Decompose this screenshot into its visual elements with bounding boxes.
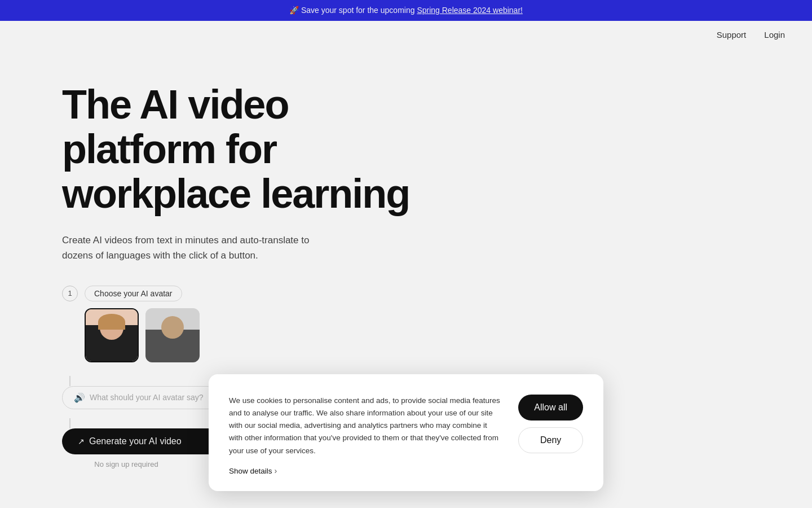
announcement-link[interactable]: Spring Release 2024 webinar! bbox=[417, 6, 523, 15]
chevron-right-icon: › bbox=[275, 466, 277, 475]
support-link[interactable]: Support bbox=[717, 30, 747, 40]
hero-subtitle: Create AI videos from text in minutes an… bbox=[62, 233, 310, 263]
avatar-man-card[interactable] bbox=[145, 308, 200, 362]
no-signup-label: No sign up required bbox=[62, 460, 191, 468]
step-1-label: Choose your AI avatar bbox=[85, 286, 182, 301]
announcement-bar: 🚀 Save your spot for the upcoming Spring… bbox=[0, 0, 812, 21]
cookie-text: We use cookies to personalise content an… bbox=[229, 395, 500, 457]
avatar-man-image bbox=[145, 308, 200, 362]
avatar-row bbox=[85, 308, 445, 362]
step-connector-2 bbox=[69, 418, 70, 428]
cookie-content: We use cookies to personalise content an… bbox=[229, 395, 583, 475]
avatar-woman-card[interactable] bbox=[85, 308, 139, 362]
step-1-number: 1 bbox=[62, 286, 78, 301]
allow-all-button[interactable]: Allow all bbox=[518, 395, 583, 421]
hero-title: The AI video platform for workplace lear… bbox=[62, 82, 445, 217]
text-input-placeholder: What should your AI avatar say? bbox=[90, 393, 204, 402]
deny-button[interactable]: Deny bbox=[518, 427, 583, 453]
navigation: Support Login bbox=[0, 21, 812, 49]
cookie-buttons: Allow all Deny bbox=[518, 395, 583, 453]
avatar-woman-image bbox=[86, 309, 138, 361]
cookie-text-block: We use cookies to personalise content an… bbox=[229, 395, 500, 475]
avatar-text-input[interactable]: 🔊 What should your AI avatar say? bbox=[62, 386, 220, 409]
show-details-label: Show details bbox=[229, 467, 272, 475]
cookie-banner: We use cookies to personalise content an… bbox=[209, 374, 603, 491]
speaker-icon: 🔊 bbox=[74, 392, 85, 403]
step-connector bbox=[69, 376, 70, 386]
trusted-section: TRUSTED BY: ⌁ NOVARTIS C Contin bbox=[0, 491, 812, 508]
login-link[interactable]: Login bbox=[764, 30, 785, 40]
announcement-prefix: 🚀 Save your spot for the upcoming bbox=[289, 6, 417, 15]
show-details-button[interactable]: Show details › bbox=[229, 466, 500, 475]
external-link-icon: ↗ bbox=[78, 437, 85, 446]
generate-button-label: Generate your AI video bbox=[89, 436, 182, 446]
step-1-row: 1 Choose your AI avatar bbox=[62, 286, 445, 301]
